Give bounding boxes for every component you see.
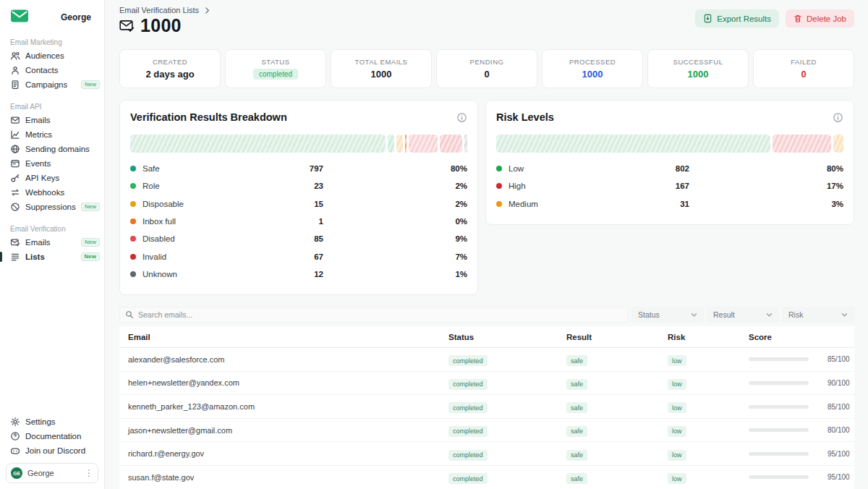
sidebar-item-emails-verification[interactable]: Emails New (0, 235, 104, 250)
stat-label: STATUS (261, 58, 289, 66)
legend-label: Role (142, 182, 280, 190)
stat-card-processed: PROCESSED 1000 (542, 49, 643, 88)
legend-count: 1 (280, 217, 323, 226)
status-pill: completed (448, 426, 488, 437)
sidebar: George Email Marketing Audiences Contact… (0, 0, 105, 489)
envelope-check-icon (10, 237, 20, 247)
table-row[interactable]: alexander@salesforce.com completed safe … (119, 348, 854, 372)
search-input[interactable] (138, 310, 623, 319)
table-row[interactable]: helen+newsletter@yandex.com completed sa… (119, 372, 854, 396)
sidebar-item-settings[interactable]: Settings (0, 414, 104, 429)
legend-label: Unknown (142, 270, 280, 278)
delete-job-button[interactable]: Delete Job (786, 9, 854, 27)
score-label: 85/100 (827, 403, 850, 411)
score-cell: 80/100 (749, 426, 854, 434)
events-icon (10, 158, 20, 169)
stat-label: TOTAL EMAILS (355, 58, 408, 66)
webhooks-icon (10, 187, 20, 197)
breakdown-stacked-bar (130, 135, 467, 153)
sidebar-item-lists[interactable]: Lists New (0, 250, 104, 264)
page-title: 1000 (140, 15, 182, 36)
search-box[interactable] (119, 307, 629, 323)
legend-percent: 0% (455, 217, 467, 226)
email-cell: susan.f@state.gov (119, 473, 448, 482)
kebab-menu-icon[interactable]: ⋮ (85, 469, 93, 477)
result-filter-select[interactable]: Result (707, 307, 779, 323)
sidebar-item-campaigns[interactable]: Campaigns New (0, 77, 104, 92)
risk-filter-select[interactable]: Risk (782, 307, 854, 323)
risk-levels-panel: Risk Levels Low 802 80% (485, 100, 854, 225)
app-logo-icon[interactable] (10, 9, 29, 26)
sidebar-item-label: Documentation (25, 432, 81, 441)
stat-value: 0 (801, 69, 806, 80)
panels-row: Verification Results Breakdown Safe (119, 100, 854, 295)
status-filter-select[interactable]: Status (631, 307, 704, 323)
result-pill: safe (566, 450, 587, 461)
verification-breakdown-panel: Verification Results Breakdown Safe (119, 100, 478, 295)
section-label-email-marketing: Email Marketing (0, 38, 104, 46)
table-header-row: Email Status Result Risk Score (119, 326, 854, 348)
app-window: George Email Marketing Audiences Contact… (0, 0, 868, 489)
stat-label: CREATED (153, 58, 187, 66)
chevron-down-icon (691, 312, 697, 318)
sidebar-item-api-keys[interactable]: API Keys (0, 171, 104, 185)
contacts-icon (10, 65, 20, 75)
sidebar-item-audiences[interactable]: Audiences (0, 48, 104, 63)
select-label: Result (713, 310, 735, 319)
sidebar-item-suppressions[interactable]: Suppressions New (0, 200, 104, 214)
legend-label: Medium (509, 200, 646, 208)
stat-card-created: CREATED 2 days ago (119, 49, 221, 88)
info-icon[interactable] (456, 112, 467, 123)
score-label: 95/100 (827, 450, 850, 458)
workspace-selector[interactable]: George (61, 12, 91, 22)
risk-title: Risk Levels (496, 111, 554, 123)
sidebar-item-metrics[interactable]: Metrics (0, 127, 104, 142)
score-bar (749, 405, 809, 409)
legend-count: 797 (280, 164, 323, 173)
legend-count: 12 (280, 270, 323, 278)
sidebar-item-contacts[interactable]: Contacts (0, 63, 104, 77)
info-icon[interactable] (833, 112, 843, 123)
lists-icon (10, 252, 20, 262)
select-label: Risk (788, 310, 803, 319)
campaigns-icon (10, 80, 20, 90)
header-actions: Export Results Delete Job (695, 9, 854, 27)
sidebar-item-emails-api[interactable]: Emails (0, 113, 104, 127)
sidebar-item-discord[interactable]: Join our Discord (0, 443, 104, 458)
legend-row-disabled: Disabled 85 9% (130, 230, 467, 247)
column-header-score: Score (749, 333, 854, 341)
table-row[interactable]: jason+newsletter@gmail.com completed saf… (119, 419, 854, 443)
select-label: Status (638, 310, 660, 319)
breadcrumb-link[interactable]: Email Verification Lists (119, 6, 199, 14)
score-cell: 90/100 (749, 379, 854, 387)
legend-percent: 7% (455, 252, 467, 261)
sidebar-item-sending-domains[interactable]: Sending domains (0, 142, 104, 156)
legend-label: Disposable (142, 200, 280, 208)
legend-dot (496, 183, 502, 189)
legend-row-high: High 167 17% (496, 177, 843, 195)
chevron-down-icon (766, 312, 773, 318)
sidebar-item-label: Contacts (25, 66, 58, 75)
legend-percent: 3% (831, 200, 843, 208)
globe-icon (10, 144, 20, 154)
score-bar (749, 381, 809, 385)
legend-row-unknown: Unknown 12 1% (130, 265, 467, 283)
table-row[interactable]: richard.r@energy.gov completed safe low … (119, 442, 854, 466)
legend-count: 802 (646, 164, 689, 173)
table-row[interactable]: susan.f@state.gov completed safe low 95/… (119, 466, 854, 489)
sidebar-item-label: Audiences (25, 51, 64, 60)
sidebar-item-events[interactable]: Events (0, 156, 104, 171)
score-label: 85/100 (827, 355, 850, 363)
sidebar-item-label: API Keys (25, 174, 59, 182)
sidebar-item-webhooks[interactable]: Webhooks (0, 185, 104, 200)
legend-dot (130, 183, 136, 189)
envelope-check-title-icon (119, 19, 135, 33)
legend-percent: 2% (455, 200, 467, 208)
export-results-button[interactable]: Export Results (695, 9, 779, 27)
stat-card-status: STATUS completed (225, 49, 326, 88)
export-button-label: Export Results (717, 14, 771, 23)
sidebar-item-documentation[interactable]: Documentation (0, 429, 104, 443)
table-row[interactable]: kenneth_parker_123@amazon.com completed … (119, 395, 854, 419)
user-menu[interactable]: GE George ⋮ (6, 463, 98, 483)
sidebar-header: George (0, 7, 104, 27)
